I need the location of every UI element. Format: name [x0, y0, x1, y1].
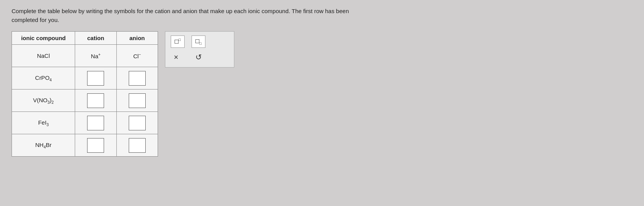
- compound-cell-nh4br: NH4Br: [12, 134, 75, 157]
- cation-input-vno3[interactable]: [87, 93, 104, 108]
- cation-input-fei3[interactable]: [87, 116, 104, 130]
- anion-input-nh4br[interactable]: [129, 138, 146, 153]
- table-row: NaCl Na+ Cl−: [12, 45, 158, 67]
- col-header-compound: ionic compound: [12, 32, 75, 45]
- superscript-icon: □□: [175, 38, 181, 46]
- cation-cell-nh4br: [75, 134, 116, 157]
- compound-cell-crpo4: CrPO4: [12, 67, 75, 89]
- toolbar-panel: □□ □□ × ↺: [165, 31, 234, 68]
- undo-icon: ↺: [195, 53, 202, 61]
- anion-cell-fei3: [116, 112, 158, 134]
- compound-cell-fei3: FeI3: [12, 112, 75, 134]
- main-content: ionic compound cation anion NaCl Na+ Cl−…: [12, 31, 632, 157]
- compound-cell-nacl: NaCl: [12, 45, 75, 67]
- toolbar-top-row: □□ □□: [171, 35, 205, 48]
- table-row: V(NO3)2: [12, 89, 158, 112]
- x-icon: ×: [174, 53, 178, 61]
- col-header-cation: cation: [75, 32, 116, 45]
- anion-input-crpo4[interactable]: [129, 71, 146, 86]
- anion-input-fei3[interactable]: [129, 116, 146, 130]
- anion-cell-crpo4: [116, 67, 158, 89]
- subscript-icon: □□: [195, 37, 202, 46]
- col-header-anion: anion: [116, 32, 158, 45]
- cation-cell-nacl: Na+: [75, 45, 116, 67]
- cation-value-nacl: Na+: [91, 52, 101, 59]
- subscript-button[interactable]: □□: [192, 35, 205, 48]
- table-row: FeI3: [12, 112, 158, 134]
- anion-value-nacl: Cl−: [133, 52, 141, 59]
- undo-button[interactable]: ↺: [192, 52, 205, 62]
- anion-cell-nacl: Cl−: [116, 45, 158, 67]
- anion-input-vno3[interactable]: [129, 93, 146, 108]
- compound-cell-vno3: V(NO3)2: [12, 89, 75, 112]
- cation-input-crpo4[interactable]: [87, 71, 104, 86]
- cation-input-nh4br[interactable]: [87, 138, 104, 153]
- cation-cell-vno3: [75, 89, 116, 112]
- anion-cell-vno3: [116, 89, 158, 112]
- cation-cell-fei3: [75, 112, 116, 134]
- cation-cell-crpo4: [75, 67, 116, 89]
- toolbar-bottom-row: × ↺: [171, 52, 205, 62]
- superscript-button[interactable]: □□: [171, 35, 185, 48]
- clear-button[interactable]: ×: [171, 52, 182, 62]
- anion-cell-nh4br: [116, 134, 158, 157]
- chemistry-table: ionic compound cation anion NaCl Na+ Cl−…: [12, 31, 158, 157]
- instruction-text: Complete the table below by writing the …: [12, 7, 358, 24]
- table-row: CrPO4: [12, 67, 158, 89]
- table-row: NH4Br: [12, 134, 158, 157]
